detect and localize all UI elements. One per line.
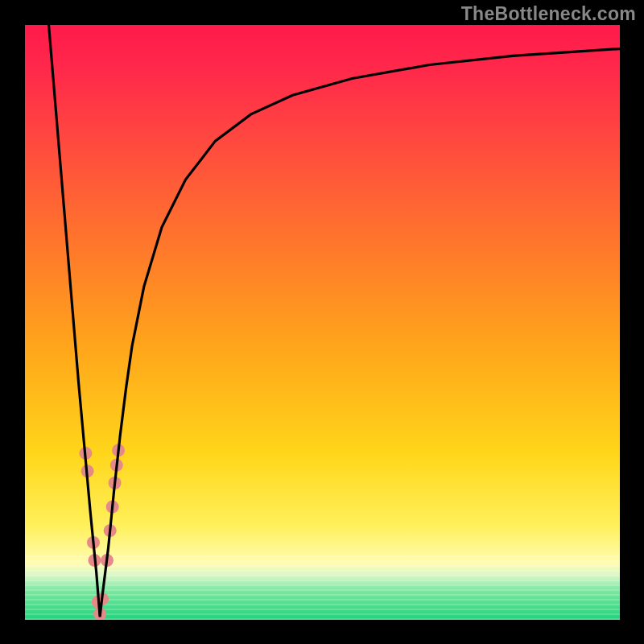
chart-root: TheBottleneck.com (0, 0, 644, 644)
bottleneck-curve (49, 25, 620, 617)
plot-area (25, 25, 620, 620)
curve-layer (25, 25, 620, 620)
watermark-text: TheBottleneck.com (461, 3, 636, 25)
